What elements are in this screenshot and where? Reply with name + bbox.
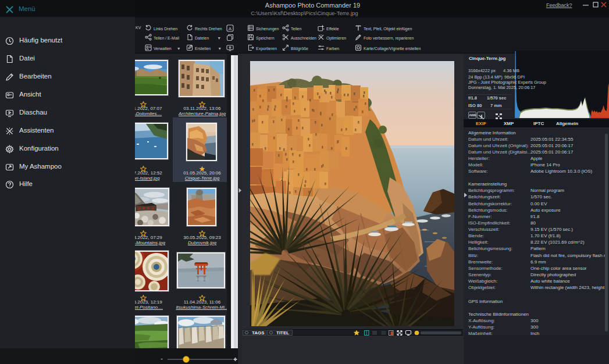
svg-text:A: A — [229, 26, 232, 31]
